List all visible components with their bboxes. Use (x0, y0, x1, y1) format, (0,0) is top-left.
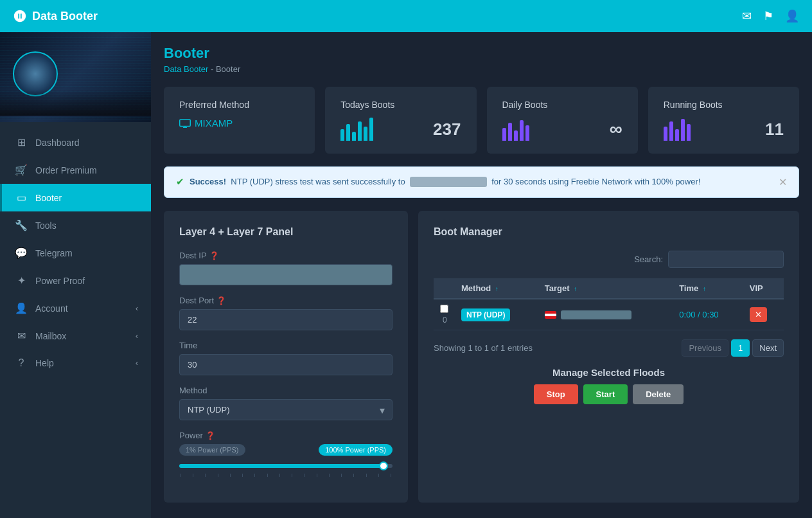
col-time[interactable]: Time ↑ (673, 278, 743, 299)
brand-logo[interactable]: Data Booter (13, 9, 98, 23)
stop-button[interactable]: Stop (534, 384, 578, 404)
stat-content: ∞ (502, 118, 622, 141)
bar-chart-running (664, 118, 691, 141)
sidebar-item-label: Booter (35, 193, 62, 203)
close-alert-button[interactable]: ✕ (779, 176, 787, 188)
method-select-wrapper: NTP (UDP) UDP TCP HTTP HTTPS SLOWLORIS (179, 399, 393, 420)
pagination-buttons: Previous 1 Next (682, 339, 784, 357)
main-content: Booter Data Booter - Booter Preferred Me… (151, 32, 812, 518)
sidebar-item-power-proof[interactable]: ✦ Power Proof (0, 267, 151, 294)
boot-search: Search: (434, 251, 784, 268)
col-checkbox (434, 278, 455, 299)
method-label: Method (179, 386, 393, 395)
start-button[interactable]: Start (583, 384, 628, 404)
breadcrumb-home[interactable]: Data Booter (164, 64, 208, 74)
manage-section: Manage Selected Floods Stop Start Delete (434, 367, 784, 404)
sidebar-item-label: Mailbox (35, 331, 66, 341)
chevron-icon: ‹ (136, 332, 138, 341)
check-icon: ✔ (176, 176, 184, 188)
page-title: Booter (164, 45, 799, 62)
stat-title: Preferred Method (179, 100, 299, 110)
sidebar-item-label: Help (35, 358, 54, 368)
sidebar-item-telegram[interactable]: 💬 Telegram (0, 239, 151, 267)
sidebar-banner: ▾ (0, 32, 151, 122)
sidebar-item-booter[interactable]: ▭ Booter (0, 184, 151, 211)
sort-time-icon: ↑ (703, 285, 706, 292)
col-vip: VIP (743, 278, 784, 299)
col-target[interactable]: Target ↑ (538, 278, 673, 299)
user-icon[interactable]: 👤 (785, 9, 799, 23)
brand-icon (13, 9, 27, 23)
col-method[interactable]: Method ↑ (455, 278, 538, 299)
panel-right-title: Boot Manager (434, 226, 784, 238)
previous-page-button[interactable]: Previous (682, 339, 728, 357)
sidebar-item-help[interactable]: ? Help ‹ (0, 350, 151, 377)
mail-icon[interactable]: ✉ (742, 9, 752, 23)
power-help-icon[interactable]: ❓ (206, 431, 215, 440)
stat-content: 237 (340, 118, 461, 141)
dest-ip-label: Dest IP ❓ (179, 251, 393, 260)
time-label: Time (179, 341, 393, 350)
stat-card-preferred-method: Preferred Method MIXAMP (164, 87, 315, 154)
alert-text: Success! NTP (UDP) stress test was sent … (190, 177, 700, 188)
bar-chart-today (340, 118, 373, 141)
flag-icon[interactable]: ⚑ (763, 9, 773, 23)
delete-row-button[interactable]: ✕ (750, 307, 767, 322)
pagination-row: Showing 1 to 1 of 1 entries Previous 1 N… (434, 339, 784, 357)
boot-table: Method ↑ Target ↑ Time ↑ (434, 278, 784, 330)
form-row-time: Time (179, 341, 393, 375)
cart-icon: 🛒 (15, 164, 28, 176)
breadcrumb-current: Booter (216, 64, 240, 74)
chevron-icon: ‹ (136, 359, 138, 368)
monitor-icon: ▭ (15, 192, 28, 204)
manage-title: Manage Selected Floods (434, 367, 784, 378)
blurred-ip (410, 177, 487, 187)
sidebar-item-label: Power Proof (35, 276, 85, 286)
search-input[interactable] (668, 251, 784, 268)
tools-icon: 🔧 (15, 219, 28, 231)
alert-body: ✔ Success! NTP (UDP) stress test was sen… (176, 176, 772, 188)
bar-chart-daily (502, 118, 529, 141)
telegram-icon: 💬 (15, 247, 28, 259)
power-label: Power ❓ (179, 431, 393, 440)
sidebar-item-mailbox[interactable]: ✉ Mailbox ‹ (0, 322, 151, 350)
dest-port-help-icon[interactable]: ❓ (216, 296, 226, 305)
method-badge: NTP (UDP) (461, 308, 510, 321)
time-input[interactable] (179, 354, 393, 375)
slider-track (179, 464, 393, 468)
sidebar-item-dashboard[interactable]: ⊞ Dashboard (0, 129, 151, 156)
svg-rect-0 (180, 120, 191, 127)
alert-success: ✔ Success! NTP (UDP) stress test was sen… (164, 166, 799, 198)
sidebar-item-label: Dashboard (35, 138, 80, 148)
panel-boot-manager: Boot Manager Search: Method ↑ (418, 211, 799, 503)
row-checkbox[interactable] (440, 305, 448, 313)
sidebar-item-label: Tools (35, 220, 57, 231)
next-page-button[interactable]: Next (752, 339, 784, 357)
stat-card-todays-boots: Todays Boots 237 (325, 87, 476, 154)
row-target-cell (538, 299, 673, 330)
preferred-value: MIXAMP (195, 118, 233, 129)
chevron-icon: ‹ (136, 304, 138, 313)
preferred-icon: MIXAMP (179, 118, 233, 129)
dest-ip-input[interactable] (179, 264, 393, 285)
delete-selected-button[interactable]: Delete (633, 384, 684, 404)
page-1-button[interactable]: 1 (731, 339, 750, 357)
stat-card-running-boots: Running Boots 11 (648, 87, 799, 154)
method-select[interactable]: NTP (UDP) UDP TCP HTTP HTTPS SLOWLORIS (179, 399, 393, 420)
breadcrumb-separator: - (211, 64, 216, 74)
row-checkbox-cell: 0 (434, 299, 455, 330)
sidebar-item-order-premium[interactable]: 🛒 Order Premium (0, 156, 151, 184)
stat-title: Running Boots (664, 100, 784, 110)
slider-fill (179, 464, 382, 468)
stat-content: 11 (664, 118, 784, 141)
brand-name: Data Booter (32, 10, 98, 23)
manage-buttons: Stop Start Delete (434, 384, 784, 404)
dest-ip-help-icon[interactable]: ❓ (209, 251, 219, 260)
stat-title: Todays Boots (340, 100, 461, 110)
dest-port-input[interactable] (179, 309, 393, 330)
sidebar-item-account[interactable]: 👤 Account ‹ (0, 294, 151, 322)
slider-thumb[interactable] (379, 461, 388, 470)
sort-target-icon: ↑ (574, 285, 577, 292)
sidebar-item-tools[interactable]: 🔧 Tools (0, 211, 151, 239)
breadcrumb: Data Booter - Booter (164, 64, 799, 74)
